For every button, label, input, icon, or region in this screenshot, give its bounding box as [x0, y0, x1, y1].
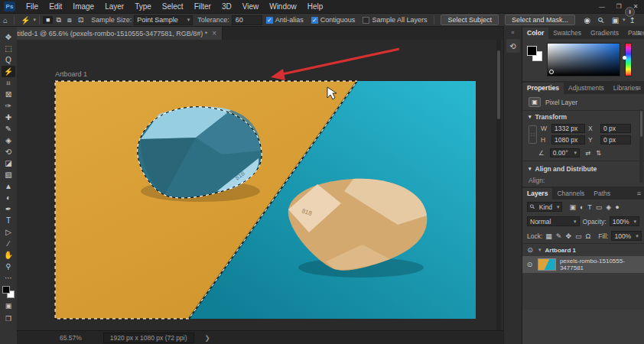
- zoom-level-field[interactable]: 65.57%: [60, 334, 82, 342]
- account-icon[interactable]: ◉: [581, 16, 595, 24]
- width-input[interactable]: 1332 px: [551, 124, 585, 133]
- magic-wand-preset-icon[interactable]: ⚡: [18, 16, 33, 24]
- lock-position-icon[interactable]: ✥: [565, 232, 571, 240]
- menu-select[interactable]: Select: [157, 0, 189, 13]
- path-select-tool[interactable]: ▷: [2, 226, 15, 238]
- gradient-tool[interactable]: ▧: [2, 169, 15, 180]
- height-input[interactable]: 1080 px: [551, 135, 585, 144]
- eraser-tool[interactable]: ◪: [2, 157, 15, 169]
- foreground-background-swatches[interactable]: [2, 286, 15, 298]
- menu-window[interactable]: Window: [264, 0, 302, 13]
- layer-row-image[interactable]: ⊙ pexels-rombo-1510555-3477581: [522, 256, 644, 273]
- tab-gradients[interactable]: Gradients: [586, 28, 623, 39]
- panel-menu-icon[interactable]: ≡: [637, 190, 641, 197]
- hue-slider[interactable]: [625, 43, 632, 76]
- lock-artboard-icon[interactable]: ▭: [575, 232, 582, 240]
- eyedropper-tool[interactable]: ✑: [2, 100, 15, 112]
- menu-file[interactable]: File: [21, 0, 44, 13]
- search-icon[interactable]: ⚲: [594, 12, 609, 28]
- share-icon[interactable]: ↥: [626, 16, 639, 24]
- tab-layers[interactable]: Layers: [522, 188, 552, 200]
- tan-guitar-pick[interactable]: 818: [288, 179, 427, 277]
- tab-color[interactable]: Color: [522, 28, 548, 39]
- angle-input[interactable]: 0.00° ▾: [550, 148, 580, 157]
- anti-alias-checkbox[interactable]: ✓ Anti-alias: [266, 16, 304, 24]
- hand-tool[interactable]: ✋: [2, 249, 15, 261]
- quick-mask-button[interactable]: ▣: [2, 300, 15, 311]
- foreground-color-swatch[interactable]: [2, 286, 10, 294]
- menu-type[interactable]: Type: [129, 0, 157, 13]
- blur-tool[interactable]: ▲: [2, 180, 15, 192]
- minimize-button[interactable]: —: [594, 0, 610, 13]
- lock-all-icon[interactable]: Ω: [585, 232, 590, 240]
- filter-adjustment-layers-icon[interactable]: ◐: [580, 203, 584, 211]
- flip-horizontal-icon[interactable]: ⇄: [585, 149, 590, 157]
- menu-view[interactable]: View: [237, 0, 265, 13]
- layer-row-artboard[interactable]: ⊙ ▾ Artboard 1: [522, 244, 644, 256]
- color-field[interactable]: [547, 43, 620, 76]
- transform-section-header[interactable]: ▾ Transform: [522, 111, 644, 123]
- collapsed-history-panel-icon[interactable]: ⟲: [506, 39, 520, 53]
- type-tool[interactable]: T: [2, 215, 15, 226]
- fill-input[interactable]: 100% ▾: [611, 231, 641, 241]
- lock-image-icon[interactable]: ✎: [556, 232, 562, 240]
- workspace-icon[interactable]: ▣: [608, 16, 623, 24]
- marquee-tool[interactable]: ⬚: [2, 43, 15, 54]
- menu-edit[interactable]: Edit: [44, 0, 67, 13]
- menu-layer[interactable]: Layer: [99, 0, 129, 13]
- selection-subtract-icon[interactable]: ⧈: [64, 16, 75, 24]
- y-input[interactable]: 0 px: [600, 135, 631, 144]
- selection-intersect-icon[interactable]: ⊡: [75, 16, 87, 24]
- tab-swatches[interactable]: Swatches: [548, 28, 586, 39]
- frame-tool[interactable]: ⊠: [2, 89, 15, 100]
- panel-menu-icon[interactable]: ≡: [637, 29, 641, 37]
- menu-filter[interactable]: Filter: [189, 0, 216, 13]
- select-and-mask-button[interactable]: Select and Mask...: [505, 15, 575, 25]
- tolerance-input[interactable]: 60: [232, 15, 262, 25]
- sample-all-layers-checkbox[interactable]: Sample All Layers: [363, 16, 427, 24]
- tab-paths[interactable]: Paths: [589, 188, 615, 200]
- artboard-image[interactable]: 818 818: [55, 81, 476, 319]
- layer-filter-dropdown[interactable]: ⚲ Kind ▾: [527, 202, 562, 212]
- selection-new-icon[interactable]: ■: [43, 16, 53, 24]
- tab-close-icon[interactable]: ×: [212, 29, 216, 37]
- zoom-tool[interactable]: ⚲: [2, 261, 15, 272]
- foreground-color-swatch[interactable]: [527, 46, 537, 56]
- menu-help[interactable]: Help: [302, 0, 329, 13]
- filter-pixel-layers-icon[interactable]: ▣: [569, 203, 576, 211]
- x-input[interactable]: 0 px: [600, 124, 631, 133]
- pen-tool[interactable]: ✒: [2, 203, 15, 215]
- panel-menu-icon[interactable]: ≡: [637, 84, 641, 92]
- opacity-input[interactable]: 100% ▾: [610, 216, 639, 226]
- menu-3d[interactable]: 3D: [216, 0, 237, 13]
- brush-tool[interactable]: ✎: [2, 123, 15, 135]
- reference-point-icon[interactable]: ⸬: [529, 125, 537, 144]
- line-tool[interactable]: ∕: [2, 238, 15, 249]
- home-icon[interactable]: ⌂: [0, 16, 11, 24]
- magic-wand-tool[interactable]: ⚡: [2, 66, 15, 77]
- tab-adjustments[interactable]: Adjustments: [564, 83, 609, 94]
- blend-mode-dropdown[interactable]: Normal ▾: [527, 216, 580, 226]
- tab-properties[interactable]: Properties: [522, 83, 564, 94]
- visibility-eye-icon[interactable]: ⊙: [525, 261, 534, 268]
- document-tab[interactable]: Untitled-1 @ 65.6% (pexels-rombo-1510555…: [3, 27, 223, 40]
- history-brush-tool[interactable]: ⟲: [2, 146, 15, 157]
- crop-tool[interactable]: ⌗: [2, 77, 15, 89]
- menu-image[interactable]: Image: [67, 0, 99, 13]
- healing-brush-tool[interactable]: ✚: [2, 112, 15, 123]
- select-subject-button[interactable]: Select Subject: [441, 15, 499, 25]
- artboard-label[interactable]: Artboard 1: [55, 70, 87, 78]
- teal-guitar-pick[interactable]: 818: [138, 107, 262, 202]
- layer-thumbnail[interactable]: [538, 258, 556, 271]
- tab-channels[interactable]: Channels: [552, 188, 589, 200]
- artboard-canvas[interactable]: Artboard 1 818: [17, 40, 501, 330]
- selection-add-icon[interactable]: ⧉: [53, 16, 63, 24]
- visibility-eye-icon[interactable]: ⊙: [525, 246, 535, 254]
- move-tool[interactable]: ✥: [2, 31, 15, 43]
- chevron-down-icon[interactable]: ▾: [538, 247, 542, 253]
- dodge-tool[interactable]: ◐: [2, 192, 15, 203]
- lasso-tool[interactable]: Ԛ: [2, 54, 15, 66]
- canvas-vertical-scrollbar[interactable]: [496, 40, 501, 330]
- expand-dock-icon[interactable]: «: [511, 29, 514, 36]
- more-tools-button[interactable]: ⋯: [2, 272, 15, 284]
